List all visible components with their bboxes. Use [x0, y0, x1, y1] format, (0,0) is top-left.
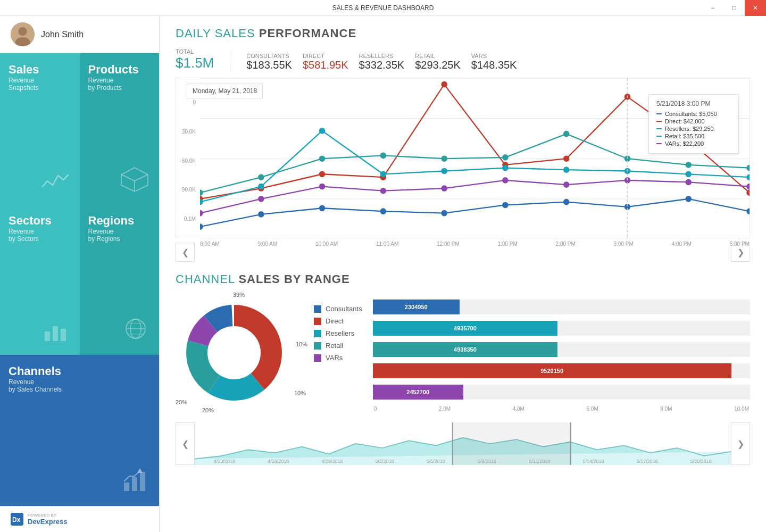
bar-retail: 4938350	[373, 342, 750, 357]
svg-rect-5	[45, 331, 50, 341]
consultants-dot	[656, 113, 662, 114]
stats-row: TOTAL $1.5M Consultants $183.55K Direct …	[176, 48, 750, 71]
donut-pct-10-bottom-right: 10%	[294, 390, 306, 396]
bar-axis-6m: 6.0M	[587, 406, 598, 412]
sidebar-item-sales[interactable]: Sales Revenue Snapshots	[0, 53, 80, 204]
powered-by-label: POWERED BY	[28, 513, 67, 518]
direct-dot	[656, 121, 662, 122]
titlebar-title: SALES & REVENUE DASHBOARD	[332, 4, 434, 12]
globe-icon	[121, 315, 151, 344]
stat-consultants: Consultants $183.55K	[246, 53, 292, 71]
minimize-button[interactable]: −	[702, 0, 723, 16]
svg-point-66	[319, 184, 325, 190]
retail-dot	[656, 136, 662, 137]
donut-pct-20-left: 20%	[176, 399, 187, 405]
svg-point-64	[200, 210, 203, 217]
channels-tile-title: Channels	[9, 364, 151, 378]
range-date-8: 5/14/2018	[582, 459, 604, 464]
bar-vars-fill: 2452700	[373, 385, 463, 400]
stat-direct-label: Direct	[303, 53, 348, 59]
bar-axis-8m: 8.0M	[660, 406, 672, 412]
user-header: John Smith	[0, 16, 159, 53]
range-prev-button[interactable]: ❮	[176, 422, 195, 465]
sales-tile-sub2: Snapshots	[9, 84, 71, 92]
devexpress-logo: Dx	[11, 513, 23, 526]
tooltip-retail: Retail: $35,500	[656, 133, 731, 139]
channel-content: 39% 10% 10% 20% 20% Consultants Direct	[176, 294, 750, 417]
bar-chart: 2304950 4935700 4938350	[373, 294, 750, 417]
svg-point-56	[319, 155, 325, 162]
bar-retail-fill: 4938350	[373, 342, 558, 357]
donut-chart-svg	[176, 294, 293, 411]
tooltip-vars: VARs: $22,200	[656, 140, 731, 147]
svg-point-26	[319, 205, 325, 211]
bar-vars: 2452700	[373, 385, 750, 400]
tooltip-consultants-label: Consultants: $5,050	[665, 111, 717, 117]
devexpress-footer: Dx POWERED BY DevExpress	[0, 506, 159, 532]
range-date-10: 5/20/2018	[690, 459, 712, 464]
sidebar-item-channels[interactable]: Channels Revenue by Sales Channels	[0, 355, 159, 506]
svg-point-28	[441, 210, 447, 217]
tooltip-resellers-label: Resellers: $29,250	[665, 126, 714, 132]
chart-tooltip: 5/21/2018 3:00 PM Consultants: $5,050 Di…	[648, 94, 739, 154]
svg-point-60	[563, 131, 569, 137]
daily-sales-title-bold: PERFORMANCE	[259, 27, 356, 40]
svg-point-38	[441, 81, 447, 88]
bar-consultants-fill: 2304950	[373, 300, 460, 314]
svg-point-30	[563, 199, 569, 205]
range-chart: 4/23/2018 4/26/2018 4/29/2018 5/2/2018 5…	[195, 422, 731, 465]
x-9am: 9:00 AM	[257, 241, 277, 247]
stat-resellers-label: Resellers	[359, 53, 405, 59]
x-8am: 8:00 AM	[200, 241, 220, 247]
tooltip-direct-label: Direct: $42,000	[665, 118, 705, 124]
close-button[interactable]: ✕	[745, 0, 766, 16]
svg-rect-7	[61, 329, 66, 341]
bar-axis-2m: 2.0M	[439, 406, 451, 412]
svg-point-80	[209, 327, 260, 378]
channel-title-light: CHANNEL	[176, 272, 238, 286]
maximize-button[interactable]: □	[723, 0, 745, 16]
bar-axis: 0 2.0M 4.0M 6.0M 8.0M 10.0M	[373, 406, 750, 412]
sidebar: John Smith Sales Revenue Snapshots	[0, 16, 160, 532]
daily-sales-title-light: DAILY SALES	[176, 27, 259, 40]
svg-text:Dx: Dx	[12, 516, 21, 523]
svg-point-63	[746, 165, 750, 171]
bar-resellers: 4935700	[373, 321, 750, 336]
legend-vars: VARs	[314, 354, 362, 362]
svg-point-48	[441, 168, 447, 174]
range-date-1: 4/23/2018	[214, 459, 235, 464]
legend-vars-label: VARs	[326, 354, 343, 362]
svg-rect-6	[53, 326, 58, 341]
legend-vars-color	[314, 354, 321, 362]
prev-button[interactable]: ❮	[176, 243, 195, 262]
legend-retail: Retail	[314, 342, 362, 350]
sectors-tile-sub1: Revenue	[9, 228, 71, 235]
sectors-tile-title: Sectors	[9, 214, 71, 228]
tooltip-retail-label: Retail: $35,500	[665, 133, 704, 139]
range-date-9: 5/17/2018	[637, 459, 658, 464]
svg-point-45	[258, 184, 264, 190]
tooltip-direct: Direct: $42,000	[656, 118, 731, 124]
box-icon	[119, 165, 151, 194]
range-date-7: 5/11/2018	[529, 459, 550, 464]
svg-point-52	[685, 171, 691, 177]
sidebar-item-regions[interactable]: Regions Revenue by Regions	[80, 204, 160, 355]
bar-axis-4m: 4.0M	[513, 406, 524, 412]
vars-dot	[656, 143, 662, 144]
svg-point-49	[502, 165, 508, 171]
range-next-button[interactable]: ❯	[731, 422, 750, 465]
legend-consultants: Consultants	[314, 305, 362, 313]
stat-resellers: Resellers $332.35K	[359, 53, 405, 71]
sidebar-item-products[interactable]: Products Revenue by Products	[80, 53, 160, 204]
user-name: John Smith	[41, 30, 84, 39]
svg-point-68	[441, 185, 447, 192]
stat-vars: VARs $148.35K	[471, 53, 517, 71]
bar-direct-wrap: 9520150	[373, 363, 750, 378]
range-date-4: 5/2/2018	[376, 459, 394, 464]
legend-retail-color	[314, 342, 321, 350]
sidebar-item-sectors[interactable]: Sectors Revenue by Sectors	[0, 204, 80, 355]
x-1pm: 1:00 PM	[498, 241, 518, 247]
channels-tile-sub1: Revenue	[9, 378, 151, 386]
svg-point-33	[746, 208, 750, 214]
stat-consultants-label: Consultants	[246, 53, 292, 59]
